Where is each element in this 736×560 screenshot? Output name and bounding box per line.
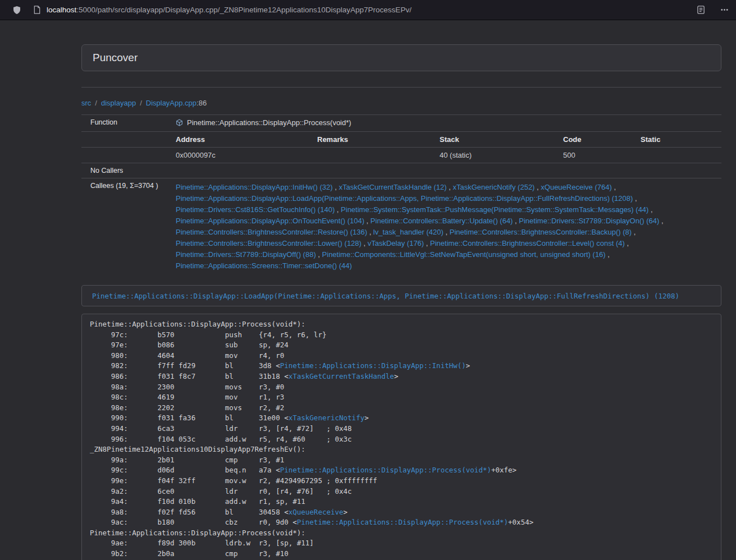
- callee-link[interactable]: Pinetime::Applications::Screens::Timer::…: [176, 261, 352, 270]
- code-symbol-link[interactable]: Pinetime::Applications::DisplayApp::Proc…: [297, 518, 508, 526]
- code-text: 99c: d06d beq.n a7a <: [90, 466, 280, 474]
- callee-link[interactable]: Pinetime::Controllers::Battery::Update()…: [371, 217, 513, 225]
- code-text: 990: f031 fa36 bl 31e00 <: [90, 414, 289, 422]
- callee-link[interactable]: xQueueReceive (764): [541, 183, 611, 191]
- code-symbol-link[interactable]: xQueueReceive: [289, 508, 344, 516]
- page-actions-menu-icon[interactable]: [720, 6, 729, 14]
- code-text: Pinetime::Applications::DisplayApp::Proc…: [90, 320, 305, 328]
- page-title: Puncover: [93, 52, 138, 63]
- function-cell: Pinetime::Applications::DisplayApp::Proc…: [170, 115, 721, 132]
- no-callers-row: No Callers: [81, 163, 721, 178]
- breadcrumb: srcdisplayappDisplayApp.cpp:86: [81, 99, 721, 107]
- code-text: 98e: 2202 movs r2, #2: [90, 403, 284, 412]
- site-info-icon[interactable]: [33, 6, 41, 14]
- app-header: Puncover: [81, 44, 721, 71]
- code-text: Pinetime::Applications::DisplayApp::Proc…: [90, 529, 305, 537]
- function-table: Function Pinetime::Applications::Display…: [81, 114, 721, 275]
- function-row: Function Pinetime::Applications::Display…: [81, 115, 721, 132]
- url-bar[interactable]: localhost:5000/path/src/displayapp/Displ…: [47, 6, 697, 14]
- code-symbol-link[interactable]: Pinetime::Applications::DisplayApp::Init…: [280, 361, 466, 370]
- code-text: 9b2: 2b0a cmp r3, #10: [90, 549, 289, 558]
- code-symbol-link[interactable]: xTaskGetCurrentTaskHandle: [289, 372, 394, 380]
- tracking-protection-shield-icon[interactable]: [12, 6, 21, 15]
- callees-row: Callees (19, Σ=3704 ) Pinetime::Applicat…: [81, 178, 721, 276]
- empty-cell: [170, 163, 721, 178]
- callee-link[interactable]: Pinetime::Applications::DisplayApp::Init…: [176, 183, 333, 191]
- code-symbol-link[interactable]: xTaskGenericNotify: [289, 414, 364, 422]
- remarks-value: [312, 148, 434, 163]
- stats-column-header: Stack: [434, 132, 557, 148]
- breadcrumb-link[interactable]: DisplayApp.cpp: [146, 99, 196, 107]
- callees-list: Pinetime::Applications::DisplayApp::Init…: [170, 178, 721, 276]
- no-callers-label: No Callers: [81, 163, 170, 178]
- callee-link[interactable]: vTaskDelay (176): [368, 239, 424, 247]
- disassembly-code: Pinetime::Applications::DisplayApp::Proc…: [90, 320, 533, 558]
- callee-link[interactable]: Pinetime::Applications::DisplayApp::OnTo…: [176, 217, 364, 225]
- code-text: 99a: 2b01 cmp r3, #1: [90, 456, 284, 464]
- code-text: >: [466, 361, 470, 370]
- address-value: 0x0000097c: [170, 148, 312, 163]
- function-icon: [176, 119, 183, 128]
- page-container: Puncover srcdisplayappDisplayApp.cpp:86 …: [81, 44, 721, 560]
- stats-value-row: 0x0000097c 40 (static) 500: [81, 148, 721, 163]
- code-symbol-link[interactable]: Pinetime::Applications::DisplayApp::Proc…: [280, 466, 491, 474]
- code-text: 9ac: b180 cbz r0, 9d0 <: [90, 518, 297, 526]
- callee-link[interactable]: Pinetime::Drivers::St7789::DisplayOn() (…: [519, 217, 659, 225]
- callee-link[interactable]: Pinetime::Applications::DisplayApp::Load…: [176, 194, 633, 203]
- code-text: 9a2: 6ce0 ldr r0, [r4, #76] ; 0x4c: [90, 487, 352, 495]
- callee-link[interactable]: lv_task_handler (420): [373, 228, 444, 236]
- code-text: 986: f031 f8c7 bl 31b18 <: [90, 372, 289, 380]
- stack-value: 40 (static): [434, 148, 557, 163]
- code-text: 99e: f04f 32ff mov.w r2, #4294967295 ; 0…: [90, 476, 377, 485]
- empty-cell: [81, 148, 170, 163]
- code-text: 9a8: f02f fd56 bl 30458 <: [90, 508, 289, 516]
- breadcrumb-item: DisplayApp.cpp:86: [136, 99, 207, 107]
- code-text: +0x54>: [508, 518, 533, 526]
- code-text: 980: 4604 mov r4, r0: [90, 351, 284, 360]
- breadcrumb-link[interactable]: displayapp: [101, 99, 136, 107]
- code-text: _ZN8Pinetime12Applications10DisplayApp7R…: [90, 445, 305, 453]
- highlighted-callee-link[interactable]: Pinetime::Applications::DisplayApp::Load…: [92, 292, 679, 300]
- url-host: localhost: [47, 6, 76, 14]
- callee-link[interactable]: Pinetime::Controllers::BrightnessControl…: [430, 239, 625, 247]
- callee-link[interactable]: Pinetime::Controllers::BrightnessControl…: [450, 228, 632, 236]
- code-text: >: [364, 414, 369, 422]
- empty-cell: [81, 132, 170, 148]
- callee-link[interactable]: Pinetime::Controllers::BrightnessControl…: [176, 228, 367, 236]
- code-text: 97e: b086 sub sp, #24: [90, 341, 289, 349]
- breadcrumb-item: src: [81, 99, 91, 107]
- stats-column-header: Static: [635, 132, 721, 148]
- code-text: 996: f104 053c add.w r5, r4, #60 ; 0x3c: [90, 435, 352, 443]
- callee-link[interactable]: Pinetime::Controllers::BrightnessControl…: [176, 239, 362, 247]
- breadcrumb-link[interactable]: src: [81, 99, 91, 107]
- stats-column-header: Code: [557, 132, 635, 148]
- static-value: [635, 148, 721, 163]
- highlighted-callee: Pinetime::Applications::DisplayApp::Load…: [81, 285, 721, 306]
- stats-column-header: Address: [170, 132, 312, 148]
- url-path: :5000/path/src/displayapp/DisplayApp.cpp…: [76, 6, 412, 14]
- callee-link[interactable]: xTaskGetCurrentTaskHandle (12): [339, 183, 446, 191]
- disassembly-pre: Pinetime::Applications::DisplayApp::Proc…: [81, 314, 721, 560]
- callee-link[interactable]: Pinetime::Drivers::Cst816S::GetTouchInfo…: [176, 205, 335, 214]
- stats-column-header: Remarks: [312, 132, 434, 148]
- code-text: 9ae: f89d 300b ldrb.w r3, [sp, #11]: [90, 539, 314, 547]
- code-text: 9a4: f10d 010b add.w r1, sp, #11: [90, 497, 305, 506]
- reader-mode-icon[interactable]: [697, 6, 705, 14]
- callee-link[interactable]: Pinetime::System::SystemTask::PushMessag…: [341, 205, 648, 214]
- callee-link[interactable]: Pinetime::Components::LittleVgl::SetNewT…: [322, 250, 606, 259]
- breadcrumb-line-number: :86: [196, 99, 207, 107]
- code-text: 97c: b570 push {r4, r5, r6, lr}: [90, 331, 326, 339]
- code-text: +0xfe>: [491, 466, 516, 474]
- code-text: >: [344, 508, 348, 516]
- function-label: Function: [81, 115, 170, 132]
- breadcrumb-item: displayapp: [91, 99, 136, 107]
- callee-link[interactable]: Pinetime::Drivers::St7789::DisplayOff() …: [176, 250, 316, 259]
- code-size-value: 500: [557, 148, 635, 163]
- code-text: 98c: 4619 mov r1, r3: [90, 393, 284, 401]
- code-text: >: [394, 372, 399, 380]
- callee-link[interactable]: xTaskGenericNotify (252): [453, 183, 535, 191]
- divider: [81, 87, 721, 88]
- code-text: 982: f7ff fd29 bl 3d8 <: [90, 361, 280, 370]
- code-text: 98a: 2300 movs r3, #0: [90, 383, 284, 391]
- browser-chrome: localhost:5000/path/src/displayapp/Displ…: [0, 0, 736, 20]
